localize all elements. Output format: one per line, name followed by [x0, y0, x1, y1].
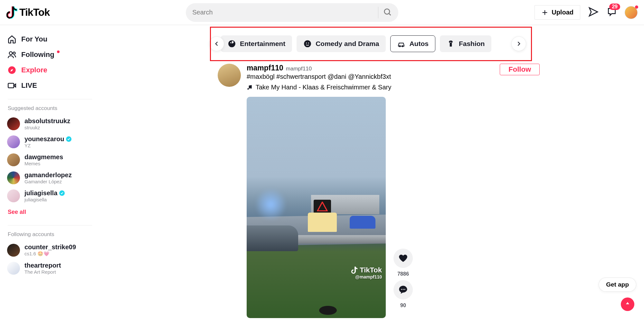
like-button[interactable]	[393, 249, 413, 268]
category-chip[interactable]: Comedy and Drama	[297, 35, 386, 52]
see-all-link[interactable]: See all	[3, 205, 97, 219]
account-subtitle: Gamander López	[24, 179, 72, 184]
following-account[interactable]: theartreportThe Art Report	[3, 259, 97, 277]
sidebar: For You Following Explore LIVE Suggested…	[0, 25, 100, 320]
heart-icon	[398, 253, 408, 263]
verified-badge-icon	[59, 190, 65, 196]
like-count: 7886	[397, 271, 409, 277]
music-info[interactable]: Take My Hand - Klaas & Freischwimmer & S…	[247, 84, 391, 91]
category-prev-button[interactable]	[209, 36, 224, 51]
nav-foryou[interactable]: For You	[3, 32, 97, 47]
inbox-badge: 29	[609, 4, 620, 10]
account-subtitle: The Art Report	[24, 269, 61, 275]
category-icon	[397, 40, 405, 48]
scroll-top-button[interactable]	[621, 297, 634, 311]
nav-label: Explore	[21, 66, 47, 74]
account-name: juliagisella	[24, 189, 65, 197]
following-title: Following accounts	[3, 231, 97, 241]
suggested-account[interactable]: absolutstruukzstruukz	[3, 115, 97, 133]
follow-button[interactable]: Follow	[500, 64, 540, 75]
tiktok-logo-icon	[6, 6, 17, 19]
inbox-button[interactable]: 29	[607, 7, 617, 18]
music-note-icon	[247, 85, 252, 90]
account-subtitle: Memes	[24, 161, 63, 166]
category-icon	[447, 40, 455, 48]
account-name: counter_strike09	[24, 243, 76, 251]
category-icon	[303, 40, 312, 48]
notification-dot	[57, 50, 60, 53]
category-next-button[interactable]	[511, 36, 526, 51]
chevron-left-icon	[213, 41, 220, 47]
author-name[interactable]: mampf110	[247, 64, 283, 72]
header: TikTok Upload 29	[0, 0, 644, 25]
video-player[interactable]: TikTok @mampf110	[247, 97, 386, 318]
video-actions: 7886 90	[393, 249, 413, 318]
svg-rect-7	[8, 83, 14, 88]
svg-point-16	[401, 289, 402, 290]
account-avatar	[7, 244, 20, 257]
svg-point-11	[306, 42, 307, 43]
svg-point-10	[304, 40, 311, 47]
svg-point-17	[403, 289, 404, 290]
account-avatar	[7, 153, 20, 166]
messages-button[interactable]	[588, 6, 599, 19]
suggested-account[interactable]: gamanderlopezGamander López	[3, 169, 97, 187]
search-button[interactable]	[383, 7, 392, 17]
nav-explore[interactable]: Explore	[3, 62, 97, 78]
account-name: theartreport	[24, 262, 61, 269]
comment-count: 90	[400, 303, 406, 308]
suggested-account[interactable]: dawgmemesMemes	[3, 151, 97, 169]
upload-label: Upload	[552, 9, 573, 16]
logo[interactable]: TikTok	[6, 6, 50, 19]
suggested-account[interactable]: juliagisellajuliagisella	[3, 187, 97, 205]
brand-text: TikTok	[19, 6, 50, 18]
category-chip[interactable]: Entertainment	[221, 35, 292, 52]
music-title: Take My Hand - Klaas & Freischwimmer & S…	[256, 84, 391, 91]
comment-icon	[398, 285, 408, 295]
category-bar: EntertainmentComedy and DramaAutosFashio…	[209, 35, 526, 52]
account-subtitle: YZ	[24, 143, 71, 148]
account-avatar	[7, 262, 20, 275]
suggested-title: Suggested accounts	[3, 105, 97, 115]
svg-point-12	[308, 42, 309, 43]
search-input[interactable]	[192, 9, 374, 16]
following-account[interactable]: counter_strike09cs1.6 🤩💗	[3, 241, 97, 259]
svg-point-5	[13, 52, 15, 54]
users-icon	[7, 50, 17, 59]
category-label: Autos	[409, 40, 429, 48]
account-subtitle: juliagisella	[24, 197, 65, 202]
account-name: youneszarou	[24, 135, 71, 143]
account-name: absolutstruukz	[24, 117, 70, 125]
header-actions: Upload 29	[535, 5, 638, 20]
svg-point-18	[404, 289, 405, 290]
chevron-right-icon	[516, 41, 522, 47]
nav-label: For You	[21, 35, 47, 43]
caption: #maxbögl #schwertransport @dani @Yannick…	[247, 73, 391, 80]
account-avatar	[7, 135, 20, 148]
category-icon	[228, 40, 236, 48]
nav-following[interactable]: Following	[3, 47, 97, 62]
profile-menu[interactable]	[625, 6, 638, 19]
search-divider	[378, 7, 378, 18]
send-icon	[588, 6, 599, 17]
nav-live[interactable]: LIVE	[3, 78, 97, 93]
arrow-up-icon	[624, 301, 631, 307]
author-avatar[interactable]	[218, 64, 241, 87]
category-chip[interactable]: Fashion	[440, 35, 492, 52]
svg-line-1	[389, 14, 391, 15]
comment-button[interactable]	[393, 280, 413, 299]
plus-icon	[541, 9, 548, 16]
video-post: mampf110 mampf110 #maxbögl #schwertransp…	[218, 64, 540, 318]
get-app-button[interactable]: Get app	[599, 278, 636, 292]
category-chip[interactable]: Autos	[390, 35, 435, 52]
live-icon	[7, 81, 17, 90]
svg-point-15	[450, 42, 451, 43]
svg-point-9	[232, 42, 233, 43]
search-bar	[186, 3, 398, 22]
nav-label: Following	[21, 50, 54, 59]
upload-button[interactable]: Upload	[535, 5, 580, 20]
divider	[8, 225, 92, 225]
suggested-account[interactable]: youneszarouYZ	[3, 133, 97, 151]
video-watermark: TikTok @mampf110	[351, 266, 382, 279]
account-avatar	[7, 171, 20, 184]
